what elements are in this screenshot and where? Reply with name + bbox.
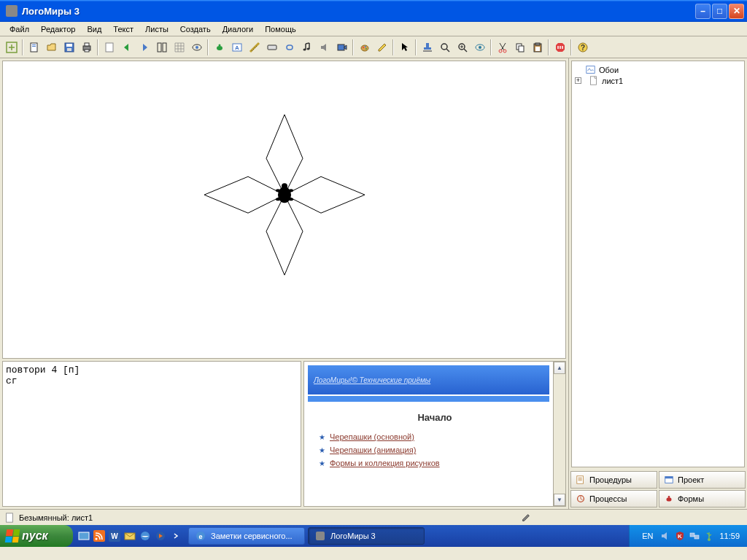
svg-text:e: e: [198, 533, 202, 540]
logo-app-icon: [314, 530, 326, 542]
project-tree[interactable]: Обои + лист1: [571, 61, 745, 467]
svg-text:A: A: [235, 44, 239, 51]
scroll-down-icon[interactable]: ▼: [554, 494, 565, 506]
tray-network-icon[interactable]: [689, 530, 700, 542]
expand-icon[interactable]: +: [575, 77, 581, 84]
button-icon[interactable]: [263, 39, 280, 55]
minimize-button[interactable]: –: [695, 4, 711, 19]
tray-clock[interactable]: 11:59: [719, 532, 740, 540]
sound-icon[interactable]: [316, 39, 333, 55]
sidebar: Обои + лист1 Процедуры Проект Процессы: [568, 58, 747, 509]
separator: [548, 39, 549, 55]
next-icon[interactable]: [136, 39, 152, 55]
svg-point-23: [361, 45, 368, 51]
layout-icon[interactable]: [153, 39, 170, 55]
processes-icon: [576, 494, 586, 504]
menu-help[interactable]: Помощь: [260, 23, 301, 35]
menu-view[interactable]: Вид: [82, 23, 107, 35]
eye2-icon[interactable]: [471, 39, 488, 55]
status-edit-icon[interactable]: [521, 513, 531, 523]
ql-media-icon[interactable]: [154, 528, 167, 544]
close-button[interactable]: ✕: [729, 4, 744, 19]
maximize-button[interactable]: □: [712, 4, 727, 19]
print-icon[interactable]: [78, 39, 95, 55]
svg-point-24: [363, 47, 364, 48]
menu-create[interactable]: Создать: [175, 23, 216, 35]
help-panel: ЛогоМиры!© Технические приёмы Начало ★Че…: [303, 361, 566, 507]
ql-ie-icon[interactable]: [139, 528, 152, 544]
command-line1: повтори 4 [п]: [6, 365, 80, 376]
tab-processes-label: Процессы: [589, 494, 627, 503]
textbox-icon[interactable]: A: [228, 39, 245, 55]
music-icon[interactable]: [298, 39, 315, 55]
help-scrollbar[interactable]: ▲ ▼: [553, 362, 565, 506]
ql-desktop-icon[interactable]: [77, 528, 90, 544]
new-icon[interactable]: [26, 39, 42, 55]
scroll-up-icon[interactable]: ▲: [554, 362, 565, 374]
tab-procedures[interactable]: Процедуры: [570, 471, 657, 489]
copy-icon[interactable]: [511, 39, 528, 55]
menu-file[interactable]: Файл: [4, 23, 34, 35]
tray-shield-icon[interactable]: K: [674, 530, 686, 542]
ql-expand-icon[interactable]: [169, 528, 182, 544]
svg-point-46: [289, 189, 293, 192]
sidebar-tabs: Процедуры Проект Процессы Формы: [569, 470, 747, 509]
zoom-icon[interactable]: [454, 39, 471, 55]
ql-rss-icon[interactable]: [93, 528, 106, 544]
pointer-icon[interactable]: [396, 39, 413, 55]
paste-icon[interactable]: [529, 39, 546, 55]
window-title: ЛогоМиры 3: [20, 6, 695, 17]
ql-word-icon[interactable]: W: [108, 528, 121, 544]
show-all-icon[interactable]: [3, 39, 20, 55]
tab-processes[interactable]: Процессы: [570, 490, 657, 508]
turtle-icon[interactable]: [211, 39, 228, 55]
menu-editor[interactable]: Редактор: [36, 23, 80, 35]
prev-icon[interactable]: [118, 39, 135, 55]
separator: [22, 39, 23, 55]
svg-rect-10: [106, 43, 113, 52]
menu-sheets[interactable]: Листы: [140, 23, 174, 35]
grid-icon[interactable]: [171, 39, 187, 55]
stamp-icon[interactable]: [419, 39, 436, 55]
taskbar-task-logo[interactable]: ЛогоМиры 3: [308, 527, 425, 545]
menu-dialogs[interactable]: Диалоги: [217, 23, 259, 35]
help-banner: ЛогоМиры!© Технические приёмы: [308, 365, 549, 394]
taskbar: пуск W e Заметки сервисного... ЛогоМиры …: [0, 525, 747, 547]
tray-language[interactable]: EN: [640, 531, 655, 541]
canvas[interactable]: [2, 61, 566, 359]
search-icon[interactable]: [436, 39, 453, 55]
menu-text[interactable]: Текст: [108, 23, 139, 35]
help-link-turtles-anim[interactable]: Черепашки (анимация): [330, 446, 416, 454]
svg-rect-50: [590, 77, 596, 85]
cut-icon[interactable]: [494, 39, 511, 55]
pencil-icon[interactable]: [374, 39, 390, 55]
tray-usb-icon[interactable]: [703, 530, 715, 542]
link-icon[interactable]: [281, 39, 298, 55]
taskbar-task-notes[interactable]: e Заметки сервисного...: [188, 527, 305, 545]
video-icon[interactable]: [333, 39, 350, 55]
tree-child[interactable]: + лист1: [575, 75, 741, 86]
save-icon[interactable]: [61, 39, 77, 55]
stop-icon[interactable]: [551, 39, 568, 55]
command-input[interactable]: повтори 4 [п] сг: [2, 361, 301, 507]
svg-text:W: W: [111, 532, 118, 540]
status-bar: Безымянный: лист1: [0, 509, 747, 525]
paint-icon[interactable]: [356, 39, 373, 55]
tree-child-label: лист1: [600, 77, 624, 85]
page-icon[interactable]: [101, 39, 117, 55]
tab-forms[interactable]: Формы: [659, 490, 746, 508]
measure-icon[interactable]: [246, 39, 263, 55]
start-button[interactable]: пуск: [0, 525, 73, 547]
help-link-forms[interactable]: Формы и коллекция рисунков: [330, 459, 440, 467]
help-icon[interactable]: ?: [574, 39, 591, 55]
help-link-turtles-main[interactable]: Черепашки (основной): [330, 432, 414, 441]
ql-mail-icon[interactable]: [123, 528, 136, 544]
svg-rect-5: [66, 44, 72, 47]
tray-volume-icon[interactable]: [659, 530, 671, 542]
svg-rect-3: [32, 46, 36, 47]
svg-rect-39: [535, 43, 540, 45]
open-icon[interactable]: [43, 39, 60, 55]
tree-root[interactable]: Обои: [575, 64, 741, 75]
tab-project[interactable]: Проект: [659, 471, 746, 489]
eye-icon[interactable]: [188, 39, 205, 55]
